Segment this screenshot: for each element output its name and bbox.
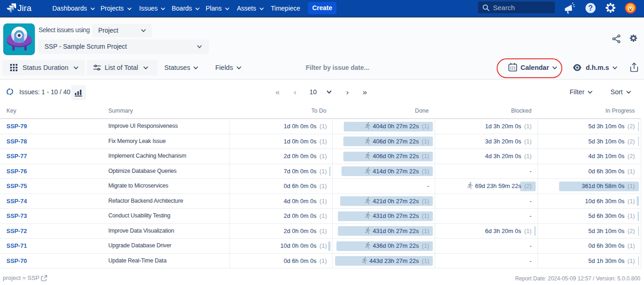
svg-text:?: ? bbox=[588, 4, 593, 12]
